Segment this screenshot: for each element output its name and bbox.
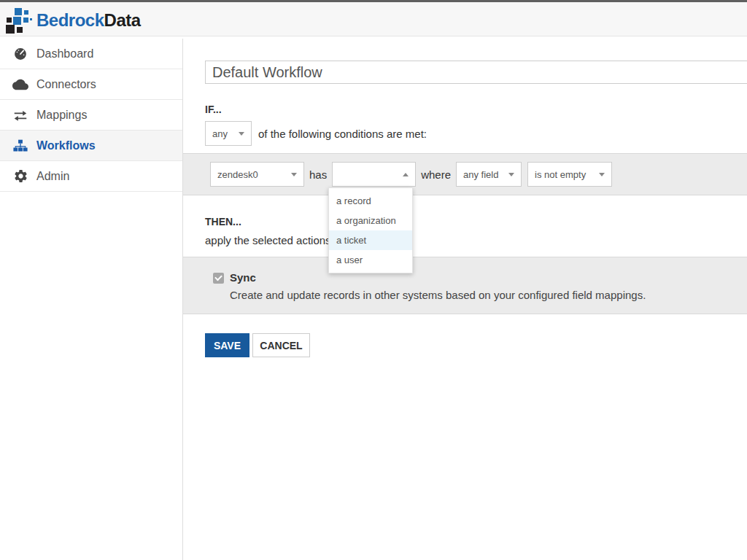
gauge-icon — [12, 46, 28, 62]
connector-value: zendesk0 — [217, 169, 258, 180]
gear-icon — [12, 168, 28, 184]
sidebar-item-mappings[interactable]: Mappings — [0, 100, 182, 131]
chevron-down-icon — [508, 173, 514, 176]
sidebar-item-label: Workflows — [36, 139, 96, 152]
where-label: where — [421, 168, 451, 181]
workflow-name-input[interactable] — [205, 61, 747, 84]
dropdown-option[interactable]: a organization — [329, 211, 412, 230]
sidebar: Dashboard Connectors Mappings Workflows … — [0, 39, 183, 560]
brand-logo[interactable]: BedrockData — [6, 7, 141, 34]
brand-name: BedrockData — [36, 10, 141, 31]
chevron-down-icon — [239, 132, 244, 136]
sidebar-item-label: Connectors — [36, 78, 96, 91]
field-value: any field — [463, 169, 498, 180]
condition-row: zendesk0 has where any field is not empt… — [183, 153, 747, 195]
sync-description: Create and update records in other syste… — [230, 289, 646, 301]
field-select[interactable]: any field — [456, 162, 522, 187]
apply-actions-text: apply the selected actions: — [205, 234, 334, 246]
sidebar-item-admin[interactable]: Admin — [0, 161, 182, 192]
match-count-select[interactable]: any — [205, 121, 252, 146]
sidebar-item-label: Dashboard — [36, 47, 93, 61]
sidebar-item-connectors[interactable]: Connectors — [0, 69, 182, 100]
save-button[interactable]: SAVE — [205, 333, 249, 357]
logo-mosaic-icon — [6, 7, 32, 34]
then-label: THEN... — [205, 216, 241, 228]
chevron-up-icon — [403, 173, 409, 176]
swap-arrows-icon — [12, 107, 28, 123]
object-select[interactable] — [332, 162, 416, 187]
operator-value: is not empty — [535, 169, 586, 180]
if-label: IF... — [205, 104, 222, 115]
dropdown-option[interactable]: a ticket — [329, 230, 412, 250]
object-dropdown-menu: a record a organization a ticket a user — [328, 187, 413, 273]
sidebar-item-workflows[interactable]: Workflows — [0, 131, 182, 161]
match-count-value: any — [212, 128, 228, 139]
sitemap-icon — [12, 138, 28, 154]
sync-panel: Sync Create and update records in other … — [183, 257, 747, 314]
sidebar-item-label: Mappings — [36, 109, 87, 122]
sync-checkbox[interactable] — [213, 273, 224, 284]
chevron-down-icon — [599, 173, 605, 176]
has-label: has — [309, 168, 327, 181]
sidebar-item-dashboard[interactable]: Dashboard — [0, 39, 182, 69]
chevron-down-icon — [291, 173, 297, 176]
dropdown-option[interactable]: a user — [329, 250, 412, 270]
cloud-icon — [12, 77, 28, 93]
sidebar-item-label: Admin — [36, 170, 69, 183]
app-header: BedrockData — [0, 0, 747, 36]
operator-select[interactable]: is not empty — [527, 162, 612, 187]
dropdown-option[interactable]: a record — [329, 191, 412, 211]
cancel-button[interactable]: CANCEL — [252, 333, 310, 357]
sync-label: Sync — [230, 271, 256, 284]
connector-select[interactable]: zendesk0 — [210, 162, 304, 187]
conditions-met-text: of the following conditions are met: — [258, 128, 427, 140]
